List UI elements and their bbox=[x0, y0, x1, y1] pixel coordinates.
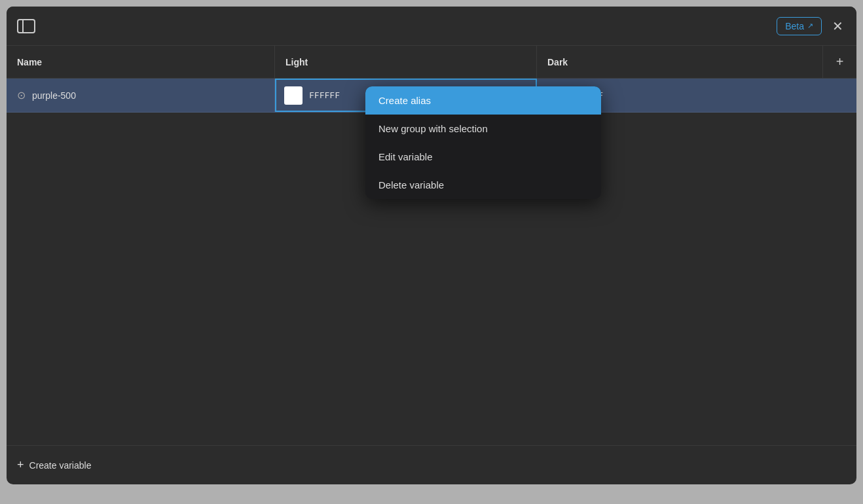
footer: + Create variable bbox=[7, 445, 856, 484]
table-body: ⊙ purple-500 FFFFFF FFFFFF Create alias … bbox=[7, 79, 856, 445]
context-menu-item-label: Edit variable bbox=[378, 151, 433, 162]
row-name-cell: ⊙ purple-500 bbox=[7, 79, 275, 112]
light-color-value: FFFFFF bbox=[309, 90, 340, 100]
topbar: Beta ↗ ✕ bbox=[7, 7, 856, 46]
add-column-button[interactable]: + bbox=[822, 46, 856, 78]
col-name-header: Name bbox=[7, 46, 275, 78]
beta-button[interactable]: Beta ↗ bbox=[777, 17, 822, 35]
context-menu-item-label: New group with selection bbox=[378, 123, 488, 134]
table-header: Name Light Dark + bbox=[7, 46, 856, 79]
create-variable-button[interactable]: + Create variable bbox=[17, 458, 91, 472]
topbar-left bbox=[17, 19, 35, 33]
col-dark-header: Dark bbox=[537, 46, 822, 78]
plus-icon: + bbox=[17, 458, 24, 472]
plus-icon: + bbox=[836, 54, 844, 69]
close-icon: ✕ bbox=[832, 19, 843, 33]
context-menu: Create alias New group with selection Ed… bbox=[365, 86, 601, 199]
context-menu-item-edit-variable[interactable]: Edit variable bbox=[365, 143, 601, 171]
sidebar-toggle-icon[interactable] bbox=[17, 19, 35, 33]
context-menu-item-new-group[interactable]: New group with selection bbox=[365, 115, 601, 143]
beta-label: Beta bbox=[785, 21, 804, 31]
context-menu-item-create-alias[interactable]: Create alias bbox=[365, 86, 601, 115]
close-button[interactable]: ✕ bbox=[830, 17, 846, 35]
external-link-icon: ↗ bbox=[807, 22, 813, 30]
paint-icon: ⊙ bbox=[17, 89, 26, 101]
col-light-header: Light bbox=[275, 46, 537, 78]
context-menu-item-label: Delete variable bbox=[378, 179, 444, 190]
context-menu-item-delete-variable[interactable]: Delete variable bbox=[365, 171, 601, 199]
light-color-swatch bbox=[284, 86, 303, 105]
context-menu-item-label: Create alias bbox=[378, 95, 431, 106]
topbar-right: Beta ↗ ✕ bbox=[777, 17, 846, 35]
create-variable-label: Create variable bbox=[29, 460, 92, 471]
variable-name: purple-500 bbox=[32, 90, 76, 101]
main-panel: Beta ↗ ✕ Name Light Dark + ⊙ purple-500 bbox=[7, 7, 856, 484]
